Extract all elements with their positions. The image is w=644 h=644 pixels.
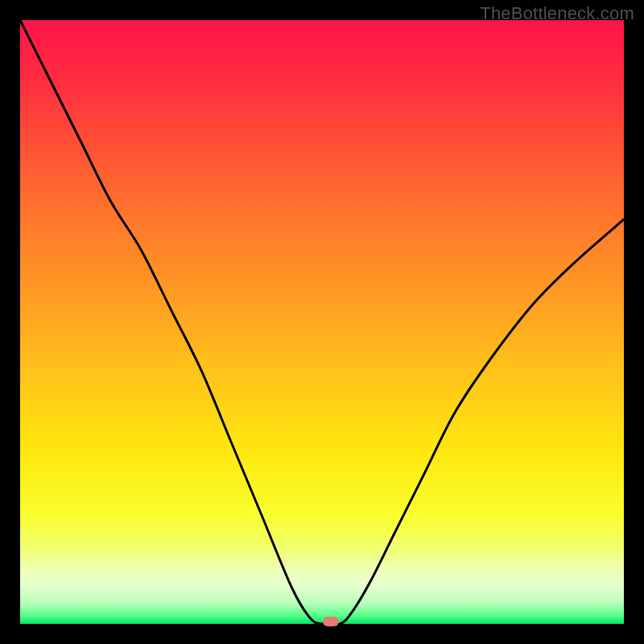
optimum-marker [323, 617, 339, 626]
chart-frame: TheBottleneck.com [0, 0, 644, 644]
bottleneck-plot [20, 20, 624, 624]
gradient-background [20, 20, 624, 624]
